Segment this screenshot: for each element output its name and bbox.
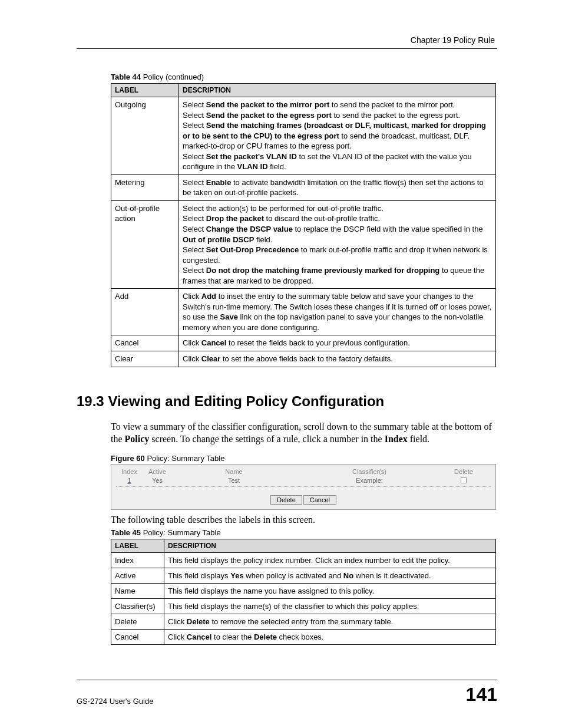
row-label: Cancel <box>111 630 164 645</box>
row-label: Name <box>111 584 164 599</box>
row-desc: This field displays Yes when policy is a… <box>164 568 496 584</box>
table-row: ActiveThis field displays Yes when polic… <box>111 568 496 584</box>
table-row: NameThis field displays the name you hav… <box>111 584 496 599</box>
fig-head-delete: Delete <box>443 468 484 475</box>
row-desc: Select the action(s) to be performed for… <box>179 200 496 288</box>
row-desc: Click Cancel to clear the Delete check b… <box>164 630 496 645</box>
row-label: Outgoing <box>111 97 179 175</box>
row-desc: This field displays the policy index num… <box>164 553 496 568</box>
table44-caption-rest: Policy (continued) <box>141 73 204 81</box>
table44: LABEL DESCRIPTION OutgoingSelect Send th… <box>111 83 496 367</box>
table-row: CancelClick Cancel to clear the Delete c… <box>111 630 496 645</box>
figure60-header-row: Index Active Name Classifier(s) Delete <box>116 467 491 476</box>
chapter-header: Chapter 19 Policy Rule <box>77 35 497 45</box>
table-row: AddClick Add to inset the entry to the s… <box>111 289 496 335</box>
delete-button[interactable]: Delete <box>270 495 302 505</box>
table-row: OutgoingSelect Send the packet to the mi… <box>111 97 496 175</box>
row-label: Cancel <box>111 335 179 351</box>
figure60-row: 1 Yes Test Example; <box>116 476 491 487</box>
row-desc: Click Clear to set the above fields back… <box>179 351 496 367</box>
table45-caption-label: Table 45 <box>111 528 141 537</box>
figure60-caption-rest: Policy: Summary Table <box>145 454 225 463</box>
delete-checkbox[interactable] <box>461 477 467 483</box>
row-label: Add <box>111 289 179 335</box>
row-label: Clear <box>111 351 179 367</box>
figure60-caption: Figure 60 Policy: Summary Table <box>111 454 497 463</box>
row-label: Metering <box>111 174 179 200</box>
row-desc: Click Add to inset the entry to the summ… <box>179 289 496 335</box>
table-row: IndexThis field displays the policy inde… <box>111 553 496 568</box>
figure60: Index Active Name Classifier(s) Delete 1… <box>111 464 496 510</box>
table45-head-desc: DESCRIPTION <box>164 539 496 553</box>
footer: GS-2724 User's Guide 141 <box>77 680 497 706</box>
row-label: Out-of-profile action <box>111 200 179 288</box>
intro-paragraph: To view a summary of the classifier conf… <box>111 420 497 446</box>
table-row: DeleteClick Delete to remove the selecte… <box>111 614 496 630</box>
row-label: Active <box>111 568 164 584</box>
following-paragraph: The following table describes the labels… <box>111 513 497 526</box>
row-desc: Click Delete to remove the selected entr… <box>164 614 496 630</box>
table44-head-desc: DESCRIPTION <box>179 84 496 97</box>
table45-body: IndexThis field displays the policy inde… <box>111 553 496 645</box>
page-number: 141 <box>466 684 497 706</box>
row-desc: Select Enable to activate bandwidth limi… <box>179 174 496 200</box>
table-row: CancelClick Cancel to reset the fields b… <box>111 335 496 351</box>
table44-caption-label: Table 44 <box>111 73 141 81</box>
fig-row-delete <box>443 477 484 485</box>
section-heading: 19.3 Viewing and Editing Policy Configur… <box>77 393 497 410</box>
table45-head-label: LABEL <box>111 539 164 553</box>
table44-head-label: LABEL <box>111 84 179 97</box>
fig-row-active: Yes <box>143 477 172 485</box>
footer-guide: GS-2724 User's Guide <box>77 697 153 706</box>
table-row: MeteringSelect Enable to activate bandwi… <box>111 174 496 200</box>
table-row: ClearClick Clear to set the above fields… <box>111 351 496 367</box>
fig-row-index-link[interactable]: 1 <box>127 477 131 484</box>
fig-row-class: Example; <box>296 477 443 485</box>
header-rule <box>77 48 497 49</box>
row-desc: This field displays the name you have as… <box>164 584 496 599</box>
fig-head-name: Name <box>172 468 296 475</box>
row-desc: This field displays the name(s) of the c… <box>164 599 496 614</box>
row-desc: Click Cancel to reset the fields back to… <box>179 335 496 351</box>
figure60-caption-label: Figure 60 <box>111 454 145 463</box>
table44-body: OutgoingSelect Send the packet to the mi… <box>111 97 496 367</box>
table-row: Classifier(s)This field displays the nam… <box>111 599 496 614</box>
row-label: Delete <box>111 614 164 630</box>
row-desc: Select Send the packet to the mirror por… <box>179 97 496 175</box>
table45: LABEL DESCRIPTION IndexThis field displa… <box>111 539 496 645</box>
fig-head-index: Index <box>116 468 143 475</box>
table44-caption: Table 44 Policy (continued) <box>111 73 497 81</box>
table-row: Out-of-profile actionSelect the action(s… <box>111 200 496 288</box>
fig-head-active: Active <box>143 468 172 475</box>
row-label: Index <box>111 553 164 568</box>
fig-head-class: Classifier(s) <box>296 468 443 475</box>
row-label: Classifier(s) <box>111 599 164 614</box>
fig-row-name: Test <box>172 477 296 485</box>
table45-caption-rest: Policy: Summary Table <box>141 528 221 537</box>
figure60-buttons: DeleteCancel <box>116 495 491 505</box>
cancel-button[interactable]: Cancel <box>303 495 336 505</box>
table45-caption: Table 45 Policy: Summary Table <box>111 528 497 537</box>
